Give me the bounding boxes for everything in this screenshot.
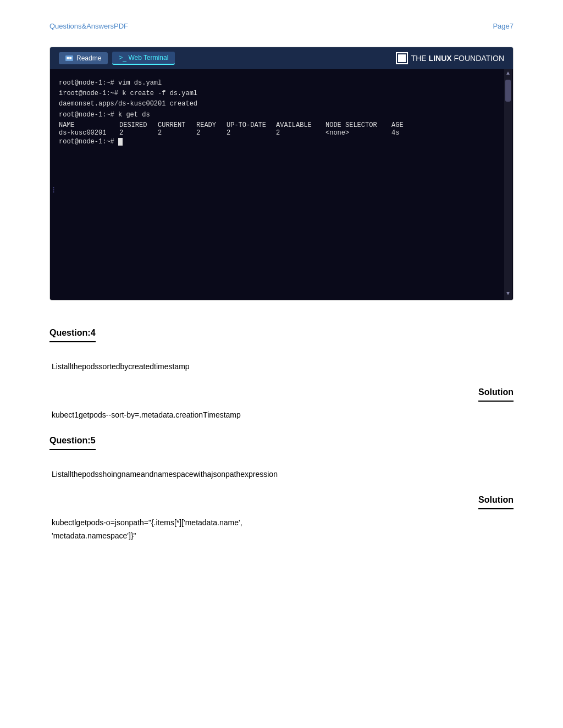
tab-readme-label: Readme — [76, 54, 101, 62]
col-data-available: 2 — [276, 129, 325, 137]
header-right: Page7 — [493, 22, 514, 30]
table-header-row: NAME DESIRED CURRENT READY UP-TO-DATE AV… — [59, 121, 504, 129]
linux-logo-text: THE LINUX FOUNDATION — [411, 54, 504, 63]
linux-logo-icon — [396, 52, 408, 64]
col-header-name: NAME — [59, 121, 119, 129]
col-header-uptodate: UP-TO-DATE — [227, 121, 276, 129]
col-data-desired: 2 — [119, 129, 158, 137]
tab-web-terminal[interactable]: >_ Web Terminal — [112, 52, 175, 65]
col-data-age: 4s — [391, 129, 419, 137]
scrollbar-arrow-down[interactable]: ▼ — [505, 290, 511, 298]
solution5-heading: Solution — [478, 495, 514, 509]
question5-section: Question:5 Listallthepodsshoingnameandna… — [49, 436, 514, 479]
terminal-line-prompt: root@node-1:~# — [59, 137, 504, 147]
question4-section: Question:4 Listallthepodssortedbycreated… — [49, 328, 514, 371]
solution5-heading-wrapper: Solution — [49, 495, 514, 509]
question5-body: Listallthepodsshoingnameandnamespacewith… — [49, 470, 514, 479]
linux-foundation-logo: THE LINUX FOUNDATION — [396, 52, 504, 64]
header-left: Questions&AnswersPDF — [49, 22, 128, 30]
page-header: Questions&AnswersPDF Page7 — [49, 22, 514, 30]
terminal-line-2: iroot@node-1:~# k create -f ds.yaml — [59, 88, 504, 99]
col-header-current: CURRENT — [158, 121, 196, 129]
terminal-line-4: root@node-1:~# k get ds — [59, 110, 504, 120]
solution4-heading: Solution — [478, 387, 514, 402]
terminal-line-3: daemonset.apps/ds-kusc00201 created — [59, 99, 504, 109]
solution5-code-line2: 'metadata.namespace']}" — [49, 531, 514, 540]
col-header-age: AGE — [391, 121, 419, 129]
terminal-scrollbar[interactable]: ▲ ▼ — [504, 69, 512, 300]
solution4-section: Solution kubect1getpods--sort-by=.metada… — [49, 387, 514, 419]
col-header-nodeselector: NODE SELECTOR — [325, 121, 391, 129]
col-header-desired: DESIRED — [119, 121, 158, 129]
solution4-code: kubect1getpods--sort-by=.metadata.creati… — [49, 410, 514, 419]
col-header-available: AVAILABLE — [276, 121, 325, 129]
terminal-tabs: ■■ Readme >_ Web Terminal — [59, 52, 175, 65]
col-data-uptodate: 2 — [227, 129, 276, 137]
question5-heading: Question:5 — [49, 436, 96, 450]
solution5-code-line1: kubectlgetpods-o=jsonpath="{.items[*]['m… — [49, 518, 514, 527]
terminal-body[interactable]: ⁝ root@node-1:~# vim ds.yaml iroot@node-… — [50, 69, 513, 300]
terminal-cursor — [118, 138, 123, 146]
solution4-heading-wrapper: Solution — [49, 387, 514, 402]
solution5-section: Solution kubectlgetpods-o=jsonpath="{.it… — [49, 495, 514, 540]
terminal-window: ■■ Readme >_ Web Terminal THE LINUX FOUN… — [49, 47, 514, 301]
scrollbar-arrow-up[interactable]: ▲ — [505, 69, 511, 77]
question4-heading: Question:4 — [49, 328, 96, 342]
col-data-nodeselector: <none> — [325, 129, 391, 137]
readme-icon: ■■ — [65, 55, 73, 61]
page-container: Questions&AnswersPDF Page7 ■■ Readme >_ … — [0, 0, 563, 579]
table-data-row: ds-kusc00201 2 2 2 2 2 <none> 4s — [59, 129, 504, 137]
question4-body: Listallthepodssortedbycreatedtimestamp — [49, 362, 514, 371]
tab-readme[interactable]: ■■ Readme — [59, 52, 108, 64]
svg-rect-1 — [398, 54, 406, 62]
tab-web-terminal-label: >_ Web Terminal — [119, 54, 168, 62]
terminal-line-1: root@node-1:~# vim ds.yaml — [59, 78, 504, 88]
col-data-ready: 2 — [196, 129, 227, 137]
col-header-ready: READY — [196, 121, 227, 129]
col-data-current: 2 — [158, 129, 196, 137]
left-marker: ⁝ — [52, 185, 55, 196]
scrollbar-thumb[interactable] — [505, 80, 511, 102]
col-data-name: ds-kusc00201 — [59, 129, 119, 137]
terminal-topbar: ■■ Readme >_ Web Terminal THE LINUX FOUN… — [50, 47, 513, 69]
